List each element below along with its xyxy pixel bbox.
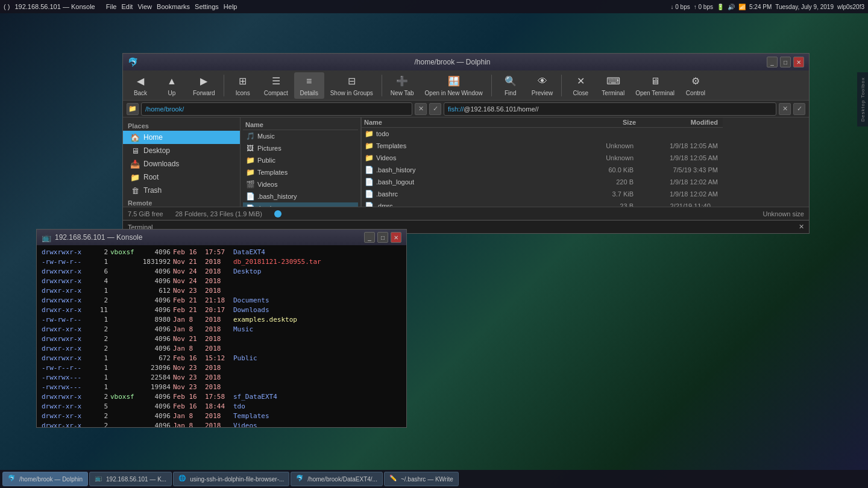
show-in-groups-button[interactable]: ⊟ Show in Groups — [326, 72, 378, 99]
dolphin-title: /home/brook — Dolphin — [138, 58, 767, 66]
list-item[interactable]: 📁 todo — [362, 128, 723, 140]
list-item[interactable]: 📁 Public — [243, 154, 358, 166]
sidebar-item-desktop[interactable]: 🖥 Desktop — [123, 144, 240, 157]
file-perms: -rw-rw-r-- — [42, 257, 96, 267]
desktop-icon: 🖥 — [130, 146, 140, 155]
folder-icon: 📁 — [364, 141, 374, 151]
status-free-space: 7.5 GiB free — [128, 210, 163, 217]
file-user — [110, 277, 140, 286]
file-links: 1 — [96, 315, 108, 325]
taskbar-item-konsole[interactable]: 📺 192.168.56.101 — K... — [89, 472, 172, 486]
terminal-line: -rw-rw-r-- 1 8980 Jan 8 2018 examples.de… — [42, 315, 401, 325]
menu-settings[interactable]: Settings — [195, 3, 219, 10]
file-modified: 1/9/18 12:02 AM — [636, 178, 720, 186]
left-path-bar[interactable]: /home/brook/ — [141, 102, 412, 116]
open-in-new-window-label: Open in New Window — [425, 90, 483, 96]
sidebar-item-trash[interactable]: 🗑 Trash — [123, 184, 240, 197]
list-item[interactable]: 📄 .bash_history — [243, 190, 358, 202]
taskbar-item-dolphin-dataext4[interactable]: 🐬 /home/brook/DataEXT4/... — [291, 472, 383, 486]
taskbar-item-kwrite[interactable]: ✏️ ~/.bashrc — KWrite — [384, 472, 459, 486]
control-button[interactable]: ⚙ Control — [681, 72, 711, 99]
list-item[interactable]: 📄 .bashrc 3.7 KiB 1/9/18 12:02 AM — [362, 188, 723, 200]
up-button[interactable]: ▲ Up — [157, 72, 187, 99]
right-size-col-header: Size — [588, 119, 636, 126]
open-in-new-window-button[interactable]: 🪟 Open in New Window — [420, 72, 488, 99]
places-toggle-button[interactable]: 📁 — [127, 103, 139, 115]
konsole-minimize-button[interactable]: _ — [364, 232, 375, 243]
list-item[interactable]: 📄 .bashrc — [243, 202, 358, 207]
terminal-button[interactable]: ⌨ Terminal — [597, 72, 629, 99]
file-size: 23096 — [140, 363, 171, 373]
file-date: Feb 16 18:44 — [173, 402, 233, 411]
list-item[interactable]: 🖼 Pictures — [243, 142, 358, 154]
list-item[interactable]: 🎵 Music — [243, 130, 358, 142]
left-addr-confirm-button[interactable]: ✓ — [429, 103, 441, 115]
close-button[interactable]: ✕ Close — [565, 72, 596, 99]
trash-icon: 🗑 — [130, 186, 140, 195]
file-perms: drwxr-xr-x — [42, 325, 96, 334]
forward-button[interactable]: ▶ Forward — [188, 72, 220, 99]
sidebar-item-home[interactable]: 🏠 Home — [123, 131, 240, 144]
dolphin-window-controls: _ □ ✕ — [767, 57, 804, 67]
right-addr-confirm-button[interactable]: ✓ — [793, 103, 805, 115]
terminal-line: drwxrwxr-x 6 4096 Nov 24 2018 Desktop — [42, 267, 401, 277]
menu-file[interactable]: File — [106, 3, 117, 10]
dolphin-status-bar: 7.5 GiB free 28 Folders, 23 Files (1.9 M… — [123, 207, 809, 220]
network-name: wlp0s20f3 — [837, 4, 864, 10]
terminal-section-close-button[interactable]: ✕ — [799, 223, 804, 231]
menu-bookmarks[interactable]: Bookmarks — [157, 3, 190, 10]
right-address-section: fish:// @192.168.56.101/home/ / ✕ ✓ — [444, 102, 805, 116]
sidebar-item-downloads[interactable]: 📥 Downloads — [123, 157, 240, 170]
dolphin-close-button[interactable]: ✕ — [793, 57, 804, 67]
dolphin-maximize-button[interactable]: □ — [780, 57, 791, 67]
konsole-content[interactable]: drwxrwxr-x 2 vboxsf 4096 Feb 16 17:57 Da… — [37, 245, 406, 427]
list-item[interactable]: 📄 .dmrc 23 B 2/21/19 11:40 ... — [362, 200, 723, 207]
back-icon: ◀ — [134, 75, 147, 88]
right-path-bar[interactable]: fish:// @192.168.56.101/home/ / — [444, 102, 776, 116]
sidebar-item-home-label: Home — [143, 133, 163, 142]
file-size: 4096 — [140, 402, 171, 411]
right-addr-clear-button[interactable]: ✕ — [779, 103, 791, 115]
icons-button[interactable]: ⊞ Icons — [228, 72, 258, 99]
sidebar-item-root[interactable]: 📁 Root — [123, 170, 240, 184]
dolphin-minimize-button[interactable]: _ — [767, 57, 778, 67]
list-item[interactable]: 📄 .bash_logout 220 B 1/9/18 12:02 AM — [362, 176, 723, 188]
menu-help[interactable]: Help — [224, 3, 237, 10]
find-button[interactable]: 🔍 Find — [495, 72, 526, 99]
file-date: Feb 16 15:12 — [173, 354, 233, 363]
fish-addr: @192.168.56.101/home/ — [464, 105, 536, 113]
file-date: Jan 8 2018 — [173, 344, 233, 354]
file-name-templates: Templates — [257, 169, 356, 176]
left-addr-clear-button[interactable]: ✕ — [415, 103, 427, 115]
taskbar-top-right: ↓ 0 bps ↑ 0 bps 🔋 🔊 📶 5:24 PM Tuesday, J… — [670, 4, 864, 10]
file-name-pictures: Pictures — [257, 145, 356, 152]
list-item[interactable]: 🎬 Videos — [243, 178, 358, 190]
list-item[interactable]: 📁 Templates Unknown 1/9/18 12:05 AM — [362, 140, 723, 152]
list-item[interactable]: 📁 Videos Unknown 1/9/18 12:05 AM — [362, 152, 723, 164]
net-up-label: ↑ 0 bps — [694, 4, 713, 10]
file-date: Jan 8 2018 — [173, 411, 233, 421]
open-terminal-button[interactable]: 🖥 Open Terminal — [631, 72, 679, 99]
menu-edit[interactable]: Edit — [121, 3, 133, 10]
details-button[interactable]: ≡ Details — [294, 72, 324, 99]
preview-button[interactable]: 👁 Preview — [527, 72, 558, 99]
taskbar-item-dolphin-home[interactable]: 🐬 /home/brook — Dolphin — [2, 472, 88, 486]
file-name: .dmrc — [376, 202, 583, 207]
right-file-pane: Name Size Modified 📁 todo 📁 Templates Un… — [361, 117, 723, 207]
konsole-maximize-button[interactable]: □ — [377, 232, 388, 243]
back-button[interactable]: ◀ Back — [125, 72, 156, 99]
file-links: 2 — [96, 344, 108, 354]
list-item[interactable]: 📁 Templates — [243, 166, 358, 178]
compact-button[interactable]: ☰ Compact — [259, 72, 293, 99]
list-item[interactable]: 📄 .bash_history 60.0 KiB 7/5/19 3:43 PM — [362, 164, 723, 176]
taskbar-item-browser[interactable]: 🌐 using-ssh-in-dolphin-file-browser-... — [173, 472, 289, 486]
new-tab-button[interactable]: ➕ New Tab — [386, 72, 419, 99]
konsole-close-button[interactable]: ✕ — [391, 232, 401, 243]
menu-view[interactable]: View — [137, 3, 152, 10]
file-perms: drwxr-xr-x — [42, 421, 96, 427]
file-user — [110, 257, 140, 267]
fish-path: / — [537, 105, 539, 113]
left-path-text: /home/brook/ — [145, 105, 184, 113]
terminal-line: drwxr-xr-x 2 4096 Jan 8 2018 Videos — [42, 421, 401, 427]
control-icon: ⚙ — [689, 75, 702, 88]
